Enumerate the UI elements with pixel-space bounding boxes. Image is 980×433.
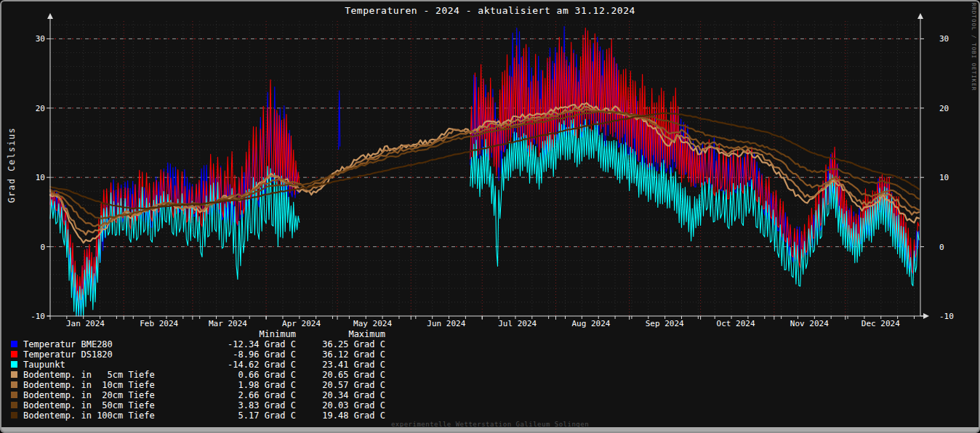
legend-swatch xyxy=(11,341,17,347)
legend-swatch xyxy=(11,351,17,357)
svg-text:Nov 2024: Nov 2024 xyxy=(790,319,829,328)
svg-text:30: 30 xyxy=(939,34,949,44)
svg-text:10: 10 xyxy=(939,173,949,182)
legend-min-value: 0.66 Grad C xyxy=(178,370,296,380)
legend-swatch xyxy=(11,371,17,378)
svg-text:Aug 2024: Aug 2024 xyxy=(571,319,610,328)
legend-min-value: 3.83 Grad C xyxy=(178,400,296,410)
svg-text:0: 0 xyxy=(40,243,45,252)
legend-series-label: Bodentemp. in 100cm Tiefe xyxy=(23,410,155,421)
svg-text:30: 30 xyxy=(36,34,45,44)
legend-series-label: Taupunkt xyxy=(23,360,65,370)
legend-max-header: Maximum xyxy=(296,329,385,339)
legend-series-label: Temperatur DS1820 xyxy=(23,349,113,360)
svg-text:0: 0 xyxy=(939,243,944,252)
legend-series-label: Bodentemp. in 20cm Tiefe xyxy=(23,390,155,400)
legend-min-value: 5.17 Grad C xyxy=(178,410,296,421)
svg-text:-10: -10 xyxy=(939,312,954,321)
svg-text:Sep 2024: Sep 2024 xyxy=(646,319,684,328)
bottom-scrollbar[interactable] xyxy=(1,427,979,432)
legend-series-label: Bodentemp. in 5cm Tiefe xyxy=(23,370,155,380)
legend-series-label: Temperatur BME280 xyxy=(23,339,113,349)
svg-text:Jan 2024: Jan 2024 xyxy=(66,319,105,328)
svg-text:20: 20 xyxy=(36,104,45,113)
legend-max-value: 19.48 Grad C xyxy=(296,410,385,421)
svg-text:Mar 2024: Mar 2024 xyxy=(209,319,247,328)
svg-text:May 2024: May 2024 xyxy=(353,319,392,328)
svg-text:-10: -10 xyxy=(31,312,45,321)
svg-text:20: 20 xyxy=(939,104,949,113)
legend-max-value: 20.65 Grad C xyxy=(296,370,385,380)
rrdtool-temperature-graph: Temperaturen - 2024 - aktualisiert am 31… xyxy=(0,0,980,433)
svg-text:Feb 2024: Feb 2024 xyxy=(140,319,178,328)
legend-max-value: 23.41 Grad C xyxy=(296,360,385,370)
legend-series-label: Bodentemp. in 10cm Tiefe xyxy=(23,380,155,390)
legend-swatch xyxy=(11,402,17,408)
legend-max-value: 20.57 Grad C xyxy=(296,380,385,390)
legend-min-value: -12.34 Grad C xyxy=(178,339,296,349)
legend-swatch xyxy=(11,412,17,418)
temperature-chart: -10-1000101020203030Jan 2024Feb 2024Mar … xyxy=(1,1,979,432)
legend-max-value: 36.25 Grad C xyxy=(296,339,385,349)
svg-text:Apr 2024: Apr 2024 xyxy=(282,319,321,328)
svg-text:10: 10 xyxy=(36,173,45,182)
legend-max-value: 20.34 Grad C xyxy=(296,390,385,400)
legend-swatch xyxy=(11,361,17,368)
svg-text:Jun 2024: Jun 2024 xyxy=(427,319,465,328)
svg-text:Oct 2024: Oct 2024 xyxy=(717,319,755,328)
legend-min-value: 1.98 Grad C xyxy=(178,380,296,390)
legend-min-value: -8.96 Grad C xyxy=(178,349,296,360)
svg-text:Jul 2024: Jul 2024 xyxy=(498,319,537,328)
legend-swatch xyxy=(11,392,17,398)
legend-series-label: Bodentemp. in 50cm Tiefe xyxy=(23,400,155,410)
legend-min-value: 2.66 Grad C xyxy=(178,390,296,400)
legend-swatch xyxy=(11,381,17,388)
legend-max-value: 20.03 Grad C xyxy=(296,400,385,410)
legend-max-value: 36.12 Grad C xyxy=(296,349,385,360)
legend-min-value: -14.62 Grad C xyxy=(178,360,296,370)
svg-text:Dec 2024: Dec 2024 xyxy=(861,319,900,328)
legend-min-header: Minimum xyxy=(178,329,296,339)
